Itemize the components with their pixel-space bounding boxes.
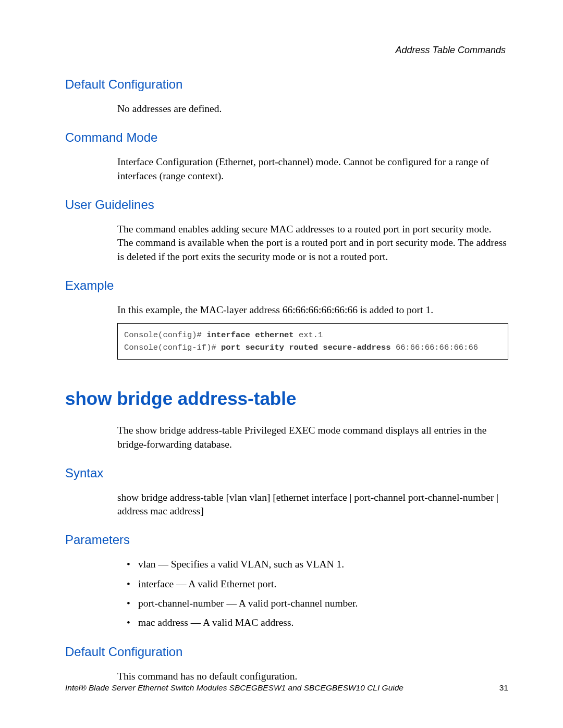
- heading-show-bridge-address-table: show bridge address-table: [65, 388, 508, 409]
- list-item: vlan — Specifies a valid VLAN, such as V…: [138, 558, 508, 571]
- parameters-list: vlan — Specifies a valid VLAN, such as V…: [138, 558, 508, 630]
- code-arg-2: 66:66:66:66:66:66: [396, 343, 478, 352]
- code-cmd-2: port security routed secure-address: [221, 343, 396, 352]
- list-item: interface — A valid Ethernet port.: [138, 577, 508, 591]
- running-header: Address Table Commands: [396, 45, 506, 56]
- list-item: port-channel-number — A valid port-chann…: [138, 597, 508, 610]
- text-user-guidelines: The command enables adding secure MAC ad…: [117, 223, 508, 264]
- list-item: mac address — A valid MAC address.: [138, 616, 508, 630]
- heading-parameters: Parameters: [65, 533, 508, 547]
- code-cmd-1: interface ethernet: [206, 330, 299, 340]
- heading-default-configuration-1: Default Configuration: [65, 77, 508, 92]
- document-page: Address Table Commands Default Configura…: [0, 0, 563, 728]
- code-block-example: Console(config)# interface ethernet ext.…: [117, 323, 508, 360]
- text-show-bridge-intro: The show bridge address-table Privileged…: [117, 424, 508, 451]
- code-prompt-2: Console(config-if)#: [124, 343, 221, 352]
- heading-example: Example: [65, 278, 508, 293]
- text-example: In this example, the MAC-layer address 6…: [117, 303, 508, 317]
- footer-page-number: 31: [499, 683, 508, 693]
- footer-guide-title: Intel® Blade Server Ethernet Switch Modu…: [65, 683, 403, 693]
- text-default-configuration-2: This command has no default configuratio…: [117, 670, 508, 683]
- text-command-mode: Interface Configuration (Ethernet, port-…: [117, 155, 508, 183]
- text-syntax: show bridge address-table [vlan vlan] [e…: [117, 491, 508, 519]
- code-prompt-1: Console(config)#: [124, 330, 206, 340]
- text-default-configuration-1: No addresses are defined.: [117, 102, 508, 116]
- heading-command-mode: Command Mode: [65, 130, 508, 145]
- heading-user-guidelines: User Guidelines: [65, 198, 508, 212]
- heading-default-configuration-2: Default Configuration: [65, 645, 508, 659]
- page-footer: Intel® Blade Server Ethernet Switch Modu…: [65, 683, 508, 693]
- heading-syntax: Syntax: [65, 466, 508, 480]
- code-arg-1: ext.1: [299, 330, 323, 340]
